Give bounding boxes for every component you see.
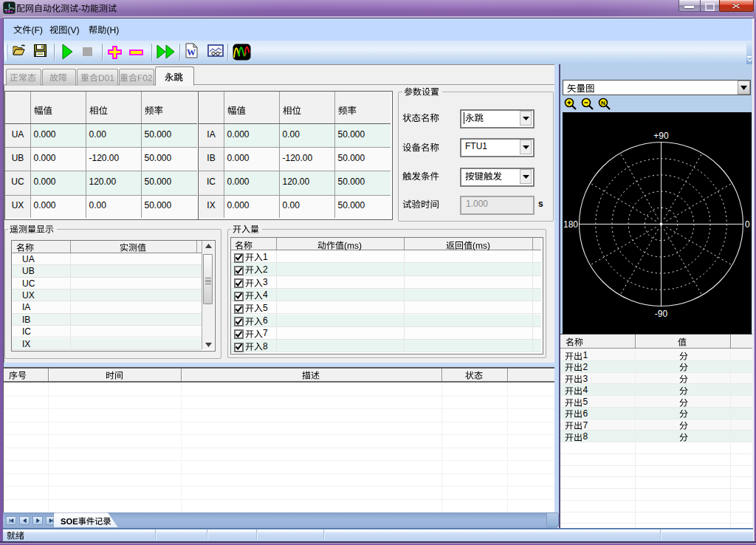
svg-text:N: N: [601, 100, 605, 106]
svg-text:180: 180: [563, 219, 578, 230]
svg-text:+90: +90: [653, 131, 669, 141]
svg-text:-90: -90: [655, 309, 668, 319]
svg-text:0: 0: [745, 219, 750, 230]
svg-text:W: W: [187, 47, 196, 58]
